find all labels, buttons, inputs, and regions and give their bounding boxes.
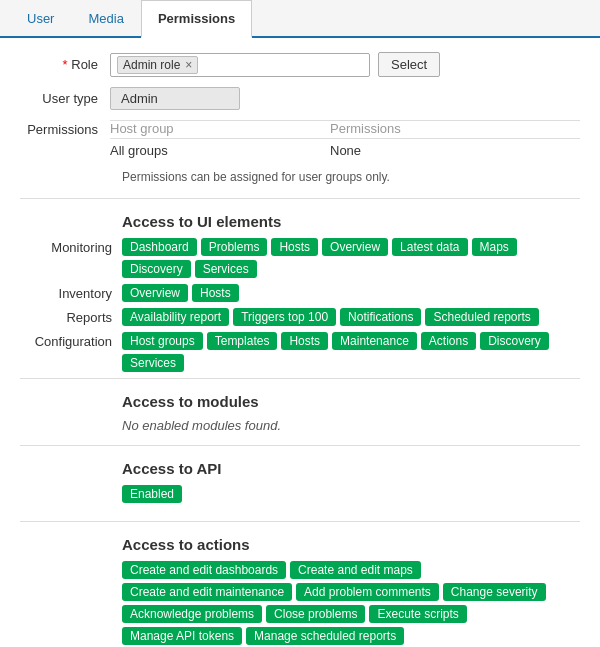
tag-item: Overview <box>322 238 388 256</box>
tag-item: Create and edit maps <box>290 561 421 579</box>
api-enabled-tag: Enabled <box>122 485 182 503</box>
configuration-row: Configuration Host groupsTemplatesHostsM… <box>20 332 580 372</box>
divider-4 <box>20 521 580 522</box>
access-ui-title: Access to UI elements <box>122 213 580 230</box>
required-star: * <box>63 57 72 72</box>
select-button[interactable]: Select <box>378 52 440 77</box>
tag-item: Overview <box>122 284 188 302</box>
permissions-section: Permissions Host group Permissions All g… <box>20 120 580 160</box>
tag-item: Actions <box>421 332 476 350</box>
tab-media[interactable]: Media <box>71 0 140 36</box>
tag-item: Maps <box>472 238 517 256</box>
tag-item: Add problem comments <box>296 583 439 601</box>
reports-row: Reports Availability reportTriggers top … <box>20 308 580 326</box>
tag-item: Services <box>122 354 184 372</box>
role-tag: Admin role × <box>117 56 198 74</box>
tag-item: Manage scheduled reports <box>246 627 404 645</box>
configuration-label: Configuration <box>20 332 122 349</box>
tab-permissions[interactable]: Permissions <box>141 0 252 38</box>
tag-item: Execute scripts <box>369 605 466 623</box>
tag-item: Discovery <box>480 332 549 350</box>
role-label: * Role <box>20 57 110 72</box>
divider-1 <box>20 198 580 199</box>
modules-note: No enabled modules found. <box>122 418 580 433</box>
tag-item: Templates <box>207 332 278 350</box>
monitoring-tags: DashboardProblemsHostsOverviewLatest dat… <box>122 238 580 278</box>
tag-item: Change severity <box>443 583 546 601</box>
role-tag-label: Admin role <box>123 58 180 72</box>
tag-item: Problems <box>201 238 268 256</box>
tag-item: Manage API tokens <box>122 627 242 645</box>
tab-user[interactable]: User <box>10 0 71 36</box>
user-type-label: User type <box>20 91 110 106</box>
tag-item: Hosts <box>281 332 328 350</box>
configuration-tags: Host groupsTemplatesHostsMaintenanceActi… <box>122 332 580 372</box>
permissions-table: Host group Permissions All groups None <box>110 120 580 160</box>
access-api-title: Access to API <box>122 460 580 477</box>
user-type-row: User type Admin <box>20 87 580 110</box>
tag-item: Create and edit dashboards <box>122 561 286 579</box>
tag-item: Hosts <box>192 284 239 302</box>
role-row: * Role Admin role × Select <box>20 52 580 77</box>
reports-label: Reports <box>20 308 122 325</box>
tab-bar: User Media Permissions <box>0 0 600 38</box>
role-remove-icon[interactable]: × <box>185 58 192 72</box>
tag-item: Hosts <box>271 238 318 256</box>
tag-item: Availability report <box>122 308 229 326</box>
access-modules-title: Access to modules <box>122 393 580 410</box>
main-content: * Role Admin role × Select User type Adm… <box>0 38 600 647</box>
inventory-label: Inventory <box>20 284 122 301</box>
inventory-tags: OverviewHosts <box>122 284 580 302</box>
tag-item: Host groups <box>122 332 203 350</box>
permissions-row: All groups None <box>110 141 580 160</box>
access-actions-title: Access to actions <box>122 536 580 553</box>
tag-item: Maintenance <box>332 332 417 350</box>
user-type-value: Admin <box>110 87 240 110</box>
perm-col-host-group: Host group <box>110 121 330 136</box>
perm-col-permissions: Permissions <box>330 121 401 136</box>
divider-2 <box>20 378 580 379</box>
permissions-header: Host group Permissions <box>110 121 580 139</box>
tag-item: Triggers top 100 <box>233 308 336 326</box>
tag-item: Discovery <box>122 260 191 278</box>
monitoring-label: Monitoring <box>20 238 122 255</box>
actions-tags: Create and edit dashboardsCreate and edi… <box>122 561 580 645</box>
tag-item: Create and edit maintenance <box>122 583 292 601</box>
permissions-note: Permissions can be assigned for user gro… <box>20 170 580 184</box>
tag-item: Acknowledge problems <box>122 605 262 623</box>
role-input-wrap: Admin role × <box>110 53 370 77</box>
tag-item: Services <box>195 260 257 278</box>
permissions-label: Permissions <box>20 120 110 137</box>
tag-item: Dashboard <box>122 238 197 256</box>
tag-item: Close problems <box>266 605 365 623</box>
tag-item: Latest data <box>392 238 467 256</box>
divider-3 <box>20 445 580 446</box>
monitoring-row: Monitoring DashboardProblemsHostsOvervie… <box>20 238 580 278</box>
tag-item: Notifications <box>340 308 421 326</box>
perm-all-groups: All groups <box>110 141 330 160</box>
perm-none: None <box>330 141 361 160</box>
tag-item: Scheduled reports <box>425 308 538 326</box>
inventory-row: Inventory OverviewHosts <box>20 284 580 302</box>
reports-tags: Availability reportTriggers top 100Notif… <box>122 308 580 326</box>
